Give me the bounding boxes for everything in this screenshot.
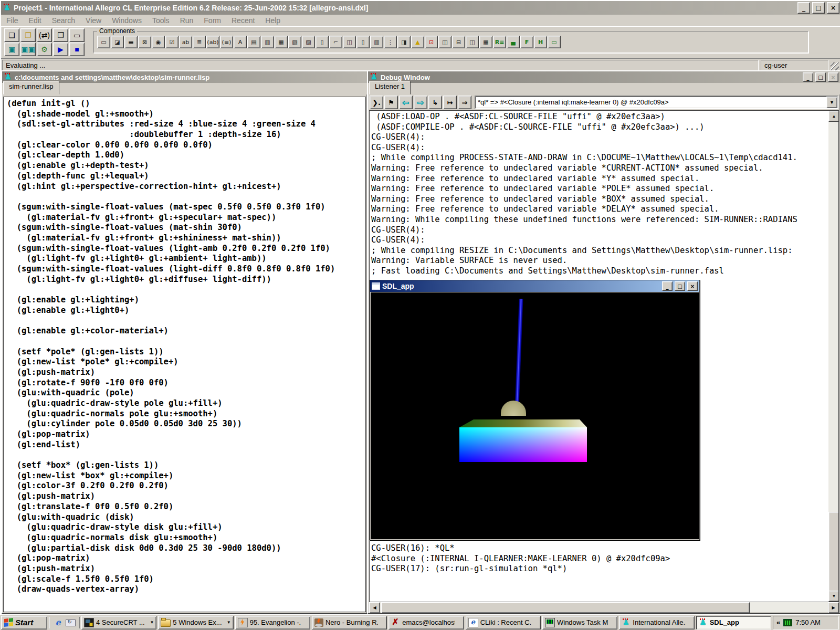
grid-view[interactable]: ▨ [302, 36, 315, 48]
menu-item[interactable]: Recent [226, 15, 260, 26]
debug-close-button[interactable]: × [828, 72, 838, 82]
maximize-button[interactable]: □ [812, 2, 825, 14]
table-widget[interactable]: ▦ [479, 36, 492, 48]
task-button-emacs[interactable]: emacs@localhost ▼ [388, 616, 464, 629]
combo-box[interactable]: (ab) [206, 36, 219, 48]
task-button-winamp[interactable]: 95. Evangelion -... ▼ [235, 616, 310, 629]
menu-item[interactable]: Search [47, 15, 80, 26]
tab-sim-runner[interactable]: sim-runner.lisp [3, 81, 59, 94]
static-picture[interactable]: ◪ [111, 36, 124, 48]
internet-explorer-quicklaunch[interactable] [53, 617, 64, 628]
sdl-titlebar[interactable]: SDL_app _ □ × [370, 280, 699, 292]
step-into-button[interactable]: ↳ [428, 96, 442, 109]
form-h-widget[interactable]: H [534, 36, 547, 48]
continue-button[interactable]: ⇒ [458, 96, 471, 109]
network-tray-icon[interactable] [783, 619, 792, 626]
task-button-allegro[interactable]: International Alle... ▼ [619, 616, 694, 629]
new-file-button[interactable]: ❏ [4, 28, 19, 42]
menu-item[interactable]: File [1, 15, 24, 26]
horizontal-split-widget[interactable]: ⊟ [452, 36, 465, 48]
menu-item[interactable]: View [80, 15, 107, 26]
lamp-widget[interactable]: ⌐ [329, 36, 342, 48]
task-button-explorer-group[interactable]: 5 Windows Ex... ▼ [158, 616, 233, 629]
editable-text[interactable]: ab [179, 36, 192, 48]
history-forward-button[interactable]: ⇨ [414, 96, 427, 109]
sdl-close-button[interactable]: × [687, 281, 698, 291]
history-back-button[interactable]: ⇦ [399, 96, 413, 109]
menu-item[interactable]: Windows [107, 15, 147, 26]
save-all-button[interactable]: ▣▣ [20, 43, 36, 56]
expression-combo[interactable]: *ql* => #<Closure (:internal iql:make-le… [475, 96, 838, 109]
open-file-button[interactable]: ❐ [20, 28, 36, 42]
multi-line-editable-text[interactable]: ≣ [193, 36, 206, 48]
ruler-widget[interactable]: ▭ [548, 36, 561, 48]
cancel-button[interactable]: ⊠ [138, 36, 151, 48]
code-editor[interactable]: (defun init-gl () (gl:shade-model gl:+sm… [3, 97, 366, 612]
debug-minimize-button[interactable]: _ [803, 72, 813, 82]
vertical-scroll-thumb[interactable] [828, 512, 839, 592]
combo-dropdown-icon[interactable]: ▼ [826, 97, 837, 108]
sdl-minimize-button[interactable]: _ [662, 281, 673, 291]
listener-output[interactable]: (ASDF:LOAD-OP . #<ASDF:CL-SOURCE-FILE "u… [370, 111, 828, 602]
minimize-button[interactable]: _ [797, 2, 810, 14]
vertical-scrollbar[interactable]: ▲ ▼ [828, 111, 838, 602]
tray-collapse-icon[interactable]: « [776, 618, 780, 626]
clipboard-widget[interactable]: ▯ [316, 36, 329, 48]
menu-item[interactable]: Run [175, 15, 199, 26]
task-button-nero[interactable]: Nero - Burning R... ▼ [312, 616, 387, 629]
column-list[interactable]: ▥ [261, 36, 274, 48]
close-button[interactable]: × [827, 2, 839, 14]
new-form-button[interactable]: ❒ [53, 28, 68, 42]
show-desktop-quicklaunch[interactable] [65, 617, 76, 628]
group-dropdown-icon[interactable]: ▼ [150, 620, 154, 625]
menu-item[interactable]: Tools [147, 15, 175, 26]
horizontal-scrollbar[interactable]: ◀ ▶ [369, 602, 839, 612]
radio-button[interactable]: ◉ [152, 36, 165, 48]
group-dropdown-icon[interactable]: ▼ [227, 620, 231, 625]
static-text[interactable]: ▭ [97, 36, 110, 48]
menu-item[interactable]: Help [260, 15, 286, 26]
run-project-button[interactable]: ▶ [53, 43, 68, 56]
horizontal-scroll-thumb[interactable] [381, 602, 750, 613]
tab-listener-1[interactable]: Listener 1 [369, 81, 411, 94]
header-widget[interactable]: ◫ [343, 36, 356, 48]
button[interactable]: ▬ [124, 36, 138, 48]
task-button-cliki[interactable]: CLiki : Recent C... ▼ [466, 616, 541, 629]
form-widget[interactable]: ⊡ [425, 36, 438, 48]
stop-button[interactable]: ■ [69, 43, 85, 56]
vertical-split-widget[interactable]: ◫ [466, 36, 479, 48]
menu-item[interactable]: Edit [24, 15, 47, 26]
main-titlebar[interactable]: Project1 - International Allegro CL Ente… [1, 1, 840, 15]
split-bar-widget[interactable]: ◫ [438, 36, 452, 48]
outline[interactable]: ▧ [288, 36, 301, 48]
up-down-control[interactable]: ◨ [397, 36, 411, 48]
opengl-viewport[interactable] [371, 292, 699, 539]
form-f-widget[interactable]: F [520, 36, 533, 48]
guide-widget[interactable]: ⋮ [384, 36, 397, 48]
find-definition-button[interactable]: ⚑ [384, 96, 398, 109]
task-button-taskmgr[interactable]: Windows Task M... ▼ [542, 616, 617, 629]
new-prompt-button[interactable]: ❯. [370, 96, 383, 109]
new-window-button[interactable]: ▭ [69, 28, 85, 42]
save-button[interactable]: ▣ [4, 43, 19, 56]
macroexpand-button[interactable]: (⇄) [37, 28, 52, 42]
menu-item[interactable]: Form [198, 15, 226, 26]
step-over-button[interactable]: ↦ [443, 96, 457, 109]
sdl-maximize-button[interactable]: □ [675, 281, 685, 291]
list-widget[interactable]: ▥ [370, 36, 383, 48]
list-box[interactable]: (≡) [220, 36, 233, 48]
row-list[interactable]: ▤ [247, 36, 260, 48]
resize-grip[interactable] [831, 62, 839, 71]
task-button-securecrt[interactable]: 4 SecureCRT ... ▼ [81, 616, 156, 629]
scroll-widget[interactable]: ▯ [356, 36, 370, 48]
status-bar-widget[interactable]: ▄ [507, 36, 520, 48]
font-button[interactable]: A [234, 36, 247, 48]
check-box[interactable]: ☑ [165, 36, 178, 48]
scroll-left-icon[interactable]: ◀ [369, 602, 380, 613]
scroll-down-icon[interactable]: ▼ [828, 591, 839, 602]
build-project-button[interactable]: ⚙ [37, 43, 52, 56]
scroll-right-icon[interactable]: ▶ [828, 602, 839, 613]
multi-column-list[interactable]: ▦ [275, 36, 288, 48]
warning-widget[interactable]: ▲ [411, 36, 424, 48]
task-button-sdl-app[interactable]: SDL_app ▼ [696, 616, 771, 629]
